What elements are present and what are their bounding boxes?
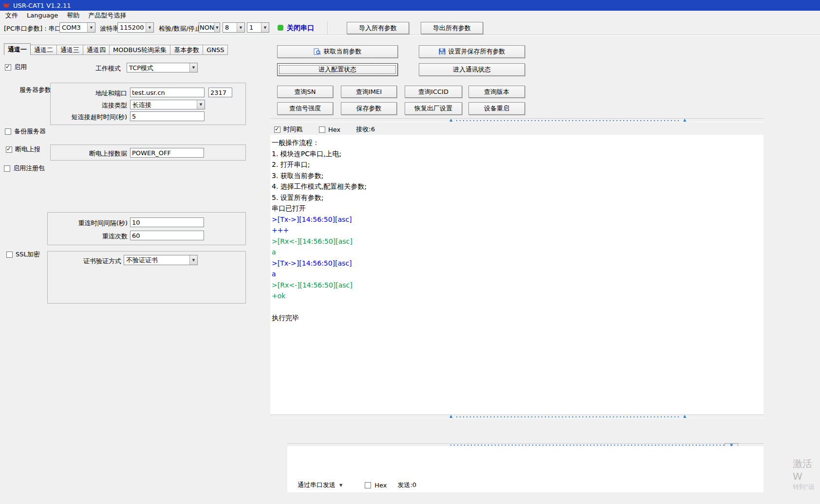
tab-channel-4[interactable]: 通道四 (83, 45, 110, 55)
menu-item-product-select[interactable]: 产品型号选择 (84, 11, 130, 20)
dropdown-arrow-icon[interactable]: ▼ (214, 23, 220, 32)
reconnect-count-input[interactable] (130, 231, 204, 240)
menu-item-help[interactable]: 帮助 (62, 11, 84, 20)
app-window: { "window": { "title": "USR-CAT1 V1.2.11… (0, 0, 820, 504)
menu-item-language[interactable]: Language (22, 11, 62, 20)
query-signal-button[interactable]: 查信号强度 (277, 102, 333, 115)
tab-channel-2[interactable]: 通道二 (31, 45, 57, 55)
server-params-group: 地址和端口 连接类型 长连接 ▼ 短连接超时时间(秒) (50, 83, 246, 125)
check-icon: ✓ (275, 126, 280, 132)
port-input[interactable] (208, 88, 232, 97)
menu-item-file[interactable]: 文件 (1, 11, 22, 20)
tab-gnss[interactable]: GNSS (203, 45, 228, 55)
pc-serial-params-label: [PC串口参数] : 串口号 (4, 24, 68, 33)
enter-config-state-button[interactable]: 进入配置状态 (277, 63, 398, 76)
splitter-collapse-icon[interactable]: ▲ (449, 118, 452, 123)
log-line: 串口已打开 (272, 203, 764, 214)
query-imei-button[interactable]: 查询IMEI (341, 86, 397, 98)
log-line: +++ (272, 225, 764, 236)
dropdown-arrow-icon[interactable]: ▼ (189, 255, 197, 265)
device-reboot-button[interactable]: 设备重启 (468, 102, 525, 115)
log-line: 4. 选择工作模式,配置相关参数; (272, 181, 764, 192)
splitter-dots (456, 416, 681, 417)
cert-verify-select[interactable]: 不验证证书 ▼ (124, 255, 198, 265)
splitter-dots (456, 120, 681, 121)
baud-select[interactable]: 115200 ▼ (117, 22, 154, 33)
receive-log[interactable]: 一般操作流程：1. 模块连PC串口,上电;2. 打开串口;3. 获取当前参数;4… (270, 135, 764, 414)
splitter-top[interactable]: ▲ ▲ (270, 118, 764, 122)
log-line: >[Tx->][14:56:50][asc] (272, 258, 764, 269)
log-line: >[Tx->][14:56:50][asc] (272, 214, 764, 225)
app-logo-icon (3, 2, 10, 8)
dropdown-arrow-icon[interactable]: ▼ (261, 23, 269, 32)
register-pkg-row: 启用注册包 (4, 164, 45, 173)
toolbar: [PC串口参数] : 串口号 COM3 ▼ 波特率 115200 ▼ 检验/数据… (0, 20, 820, 35)
splitter-collapse-icon[interactable]: ▲ (683, 118, 686, 123)
parity-data-stop-label: 检验/数据/停止 (159, 24, 201, 33)
query-version-button[interactable]: 查询版本 (468, 86, 525, 98)
dropdown-arrow-icon[interactable]: ▼ (237, 23, 244, 32)
splitter-collapse-icon[interactable]: ▲ (683, 414, 686, 419)
backup-server-checkbox[interactable] (5, 128, 11, 135)
splitter-middle[interactable]: ▲ ▲ (270, 414, 764, 418)
databits-select[interactable]: 8 ▼ (223, 22, 245, 33)
power-report-checkbox[interactable]: ✓ (6, 146, 12, 153)
power-report-group: 断电上报数据 (50, 144, 246, 161)
save-params-button[interactable]: 保存参数 (341, 102, 397, 115)
channel-tabs: 通道一 通道二 通道三 通道四 MODBUS轮询采集 基本参数 GNSS (4, 43, 228, 55)
cert-verify-label: 证书验证方式 (48, 257, 121, 266)
address-input[interactable] (130, 88, 205, 97)
log-line: 5. 设置所有参数; (272, 192, 764, 203)
timestamp-checkbox[interactable]: ✓ (274, 126, 280, 133)
log-line: 2. 打开串口; (272, 159, 764, 170)
toolbar-divider (327, 21, 328, 34)
tab-basic-params[interactable]: 基本参数 (170, 45, 203, 55)
query-iccid-button[interactable]: 查询ICCID (405, 86, 462, 98)
reconnect-group: 重连时间间隔(秒) 重连次数 (47, 212, 246, 245)
register-pkg-checkbox[interactable] (4, 165, 10, 172)
ssl-checkbox[interactable] (6, 252, 13, 258)
reconnect-interval-input[interactable] (130, 217, 204, 227)
set-save-all-params-button[interactable]: 设置并保存所有参数 (419, 45, 525, 58)
close-port-button[interactable]: 关闭串口 (287, 24, 314, 33)
title-bar[interactable]: USR-CAT1 V1.2.11 (0, 0, 820, 11)
receive-header: ✓ 时间戳 Hex 接收:6 (274, 125, 375, 134)
stopbits-select[interactable]: 1 ▼ (247, 22, 269, 33)
export-params-button[interactable]: 导出所有参数 (421, 22, 483, 34)
import-params-button[interactable]: 导入所有参数 (347, 22, 409, 34)
send-panel[interactable]: 通过串口发送 ▼ Hex 发送:0 (287, 446, 764, 492)
com-port-select[interactable]: COM3 ▼ (59, 22, 95, 33)
parity-select[interactable]: NONI ▼ (199, 22, 220, 33)
get-params-button[interactable]: 获取当前参数 (277, 45, 398, 58)
work-mode-select[interactable]: TCP模式 ▼ (127, 63, 198, 72)
query-sn-button[interactable]: 查询SN (277, 86, 333, 98)
tab-channel-1[interactable]: 通道一 (4, 43, 31, 55)
dropdown-arrow-icon[interactable]: ▼ (146, 23, 153, 32)
reconnect-interval-label: 重连时间间隔(秒) (48, 219, 128, 228)
dropdown-arrow-icon[interactable]: ▼ (197, 100, 205, 109)
dropdown-arrow-icon[interactable]: ▼ (87, 23, 95, 32)
ssl-row: SSL加密 (6, 250, 40, 259)
tab-modbus-poll[interactable]: MODBUS轮询采集 (110, 45, 170, 55)
floppy-save-icon (439, 48, 446, 55)
power-data-input[interactable] (130, 148, 204, 158)
splitter-collapse-icon[interactable]: ▲ (449, 414, 452, 419)
register-pkg-label: 启用注册包 (13, 164, 45, 173)
log-line: a (272, 247, 764, 258)
log-line: >[Rx<-][14:56:50][asc] (272, 280, 764, 291)
dropdown-arrow-icon[interactable]: ▼ (189, 63, 197, 72)
tab-channel-3[interactable]: 通道三 (57, 45, 83, 55)
conn-type-select[interactable]: 长连接 ▼ (130, 100, 205, 109)
enable-checkbox[interactable]: ✓ (5, 64, 11, 71)
power-report-row: ✓ 断电上报 (6, 145, 40, 154)
hex-rx-checkbox[interactable] (319, 126, 325, 133)
port-open-led-icon (278, 25, 283, 31)
enter-comm-state-button[interactable]: 进入通讯状态 (419, 63, 525, 76)
splitter-dots (450, 445, 725, 446)
check-icon: ✓ (6, 145, 11, 152)
log-line: +ok (272, 290, 764, 302)
hex-tx-checkbox[interactable] (365, 482, 371, 488)
short-timeout-input[interactable] (130, 111, 205, 121)
send-via-serial-button[interactable]: 通过串口发送 ▼ (296, 480, 344, 490)
factory-reset-button[interactable]: 恢复出厂设置 (405, 102, 462, 115)
